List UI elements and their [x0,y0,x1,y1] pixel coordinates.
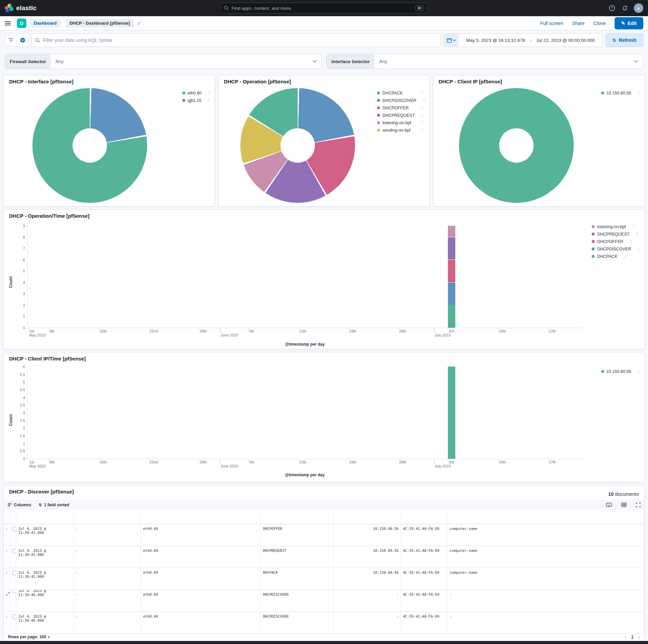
legend-label[interactable]: DHCPACK [597,254,617,259]
legend-label[interactable]: DHCPACK [382,91,415,96]
table-cell[interactable]: 4C-55-41-A0-FA-99 [401,546,448,568]
expand-row-icon[interactable] [6,527,8,531]
edit-button[interactable]: ✎ Edit [615,17,643,29]
table-cell[interactable]: - [448,590,644,612]
legend-actions-icon[interactable]: ⋮ [421,120,424,125]
rows-per-page-button[interactable]: Rows per page: 100 ▾ [8,635,50,639]
legend-actions-icon[interactable]: ⋮ [421,106,424,110]
interface-selector[interactable]: Interface Selector Any [326,54,643,69]
add-filter-button[interactable] [17,34,28,47]
table-cell[interactable]: DHCPACK [261,568,333,590]
legend-label[interactable]: DHCPREQUEST [597,232,629,237]
menu-hamburger-icon[interactable] [5,21,11,25]
table-cell[interactable]: eth0.60 [141,568,261,590]
interface-donut-chart[interactable] [32,88,147,203]
table-cell[interactable]: eth0.60 [141,546,261,568]
share-link[interactable]: Share [572,21,585,26]
user-avatar[interactable]: e [634,3,643,13]
saved-query-filter-button[interactable] [5,34,17,47]
table-cell[interactable]: DHCPREQUEST [261,546,333,568]
legend-label[interactable]: sending-on-bpf [382,128,415,133]
legend-actions-icon[interactable]: ⋮ [637,369,640,374]
client-ip-time-chart[interactable]: 65.554.543.532.521.510.501stMay 20238th1… [27,367,584,459]
table-cell[interactable]: - [74,568,141,590]
legend-actions-icon[interactable]: ⋮ [629,239,632,244]
operation-time-chart[interactable]: 98765432101stMay 20238th15th22nd29thJune… [27,226,584,328]
help-icon[interactable]: ? [608,4,616,12]
table-cell[interactable]: DHCPDISCOVER [261,612,333,634]
table-cell[interactable]: DHCPOFFER [261,524,333,546]
legend-label[interactable]: igb1.15 [188,98,201,103]
bar-segment-10.150.60.56[interactable] [448,367,455,459]
breadcrumb-dashboard[interactable]: Dashboard [30,19,62,27]
table-cell[interactable]: 10.150.60.56 [333,546,401,568]
date-start-value[interactable]: May 5, 2023 @ 16:13:32.678 [466,38,525,43]
bar-segment-DHCPACK[interactable] [448,305,455,328]
row-checkbox[interactable] [12,527,16,531]
date-end-value[interactable]: Jul 22, 2023 @ 00:00:00.000 [536,38,595,43]
global-search-input[interactable]: Find apps, content, and more. ⌘/ [220,3,428,14]
expand-row-icon[interactable] [6,571,8,574]
kql-filter-input[interactable]: Filter your data using KQL syntax [31,33,441,47]
table-cell[interactable]: 4C-55-41-A0-FA-99 [401,524,448,546]
legend-label[interactable]: DHCPOFFER [597,239,623,244]
columns-button[interactable]: Columns [7,503,31,507]
legend-actions-icon[interactable]: ⋮ [207,91,211,95]
refresh-button[interactable]: ↻ Refresh [605,33,643,47]
legend-label[interactable]: DHCPDISCOVER [597,247,631,251]
table-header-cell[interactable] [261,512,333,524]
legend-actions-icon[interactable]: ⋮ [421,113,424,117]
legend-label[interactable]: DHCPOFFER [382,106,415,110]
table-cell[interactable]: Jul 4, 2023 @ 11:39:41.000 [16,524,74,546]
legend-actions-icon[interactable]: ⋮ [632,224,635,229]
full-screen-link[interactable]: Full screen [540,21,563,26]
table-cell[interactable]: computer-name [448,524,644,546]
table-cell[interactable]: eth0.60 [141,524,261,546]
table-cell[interactable]: 10.150.60.56 [333,568,401,590]
table-cell[interactable]: DHCPDISCOVER [261,590,333,612]
bar-segment-listening-on-bpf[interactable] [448,225,455,237]
legend-label[interactable]: DHCPDISCOVER [382,98,416,103]
table-header-cell[interactable] [16,512,74,524]
date-quick-menu-button[interactable] [444,34,459,47]
row-checkbox[interactable] [12,590,16,593]
firewall-selector[interactable]: Firewall Selector Any [5,54,322,69]
legend-actions-icon[interactable]: ⋮ [635,232,639,236]
legend-actions-icon[interactable]: ⋮ [637,247,640,251]
table-header-cell[interactable] [448,512,644,524]
table-cell[interactable]: - [333,612,401,634]
table-cell[interactable]: computer-name [448,546,644,568]
table-header-cell[interactable] [141,512,261,524]
row-checkbox[interactable] [12,615,16,619]
previous-page-icon[interactable]: ‹ [625,634,626,640]
legend-actions-icon[interactable]: ⋮ [421,128,424,132]
table-cell[interactable]: 4C-55-41-A0-FA-99 [401,590,448,612]
table-cell[interactable]: Jul 4, 2023 @ 11:39:41.000 [16,546,74,568]
elastic-logo[interactable]: elastic [5,4,37,12]
bar-segment-DHCPDISCOVER[interactable] [448,282,455,305]
legend-actions-icon[interactable]: ⋮ [637,91,640,95]
bar-segment-DHCPOFFER[interactable] [448,260,455,282]
expand-row-icon[interactable] [6,549,8,553]
legend-label[interactable]: eth0.60 [188,91,202,96]
row-checkbox[interactable] [12,549,16,553]
stacked-bar[interactable] [448,367,455,459]
expand-row-icon[interactable] [6,615,8,618]
legend-actions-icon[interactable]: ⋮ [623,254,626,259]
clone-link[interactable]: Clone [593,21,606,26]
stacked-bar[interactable] [448,225,455,328]
operation-donut-chart[interactable] [240,88,355,203]
table-cell[interactable]: - [74,590,141,612]
display-options-icon[interactable] [621,503,626,507]
client-ip-donut-chart[interactable] [459,88,574,203]
table-cell[interactable]: 4C-55-41-A0-FA-99 [401,612,448,634]
legend-label[interactable]: listening-on-bpf [382,120,415,125]
table-cell[interactable]: Jul 4, 2023 @ 11:39:40.000 [16,590,74,612]
legend-actions-icon[interactable]: ⋮ [422,98,426,103]
sort-fields-button[interactable]: ⇅ 1 field sorted [38,503,69,507]
legend-actions-icon[interactable]: ⋮ [207,98,211,103]
table-cell[interactable]: - [74,546,141,568]
keyboard-shortcuts-icon[interactable] [606,503,612,507]
table-cell[interactable]: 10.150.60.56 [333,524,401,546]
table-header-cell[interactable] [401,512,448,524]
